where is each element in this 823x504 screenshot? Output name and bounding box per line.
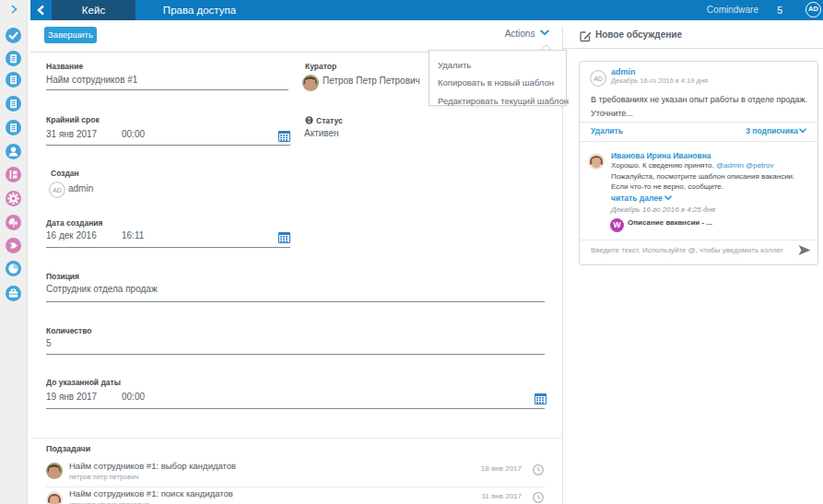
svg-text:AD: AD <box>594 76 603 82</box>
svg-text:AD: AD <box>53 187 62 193</box>
